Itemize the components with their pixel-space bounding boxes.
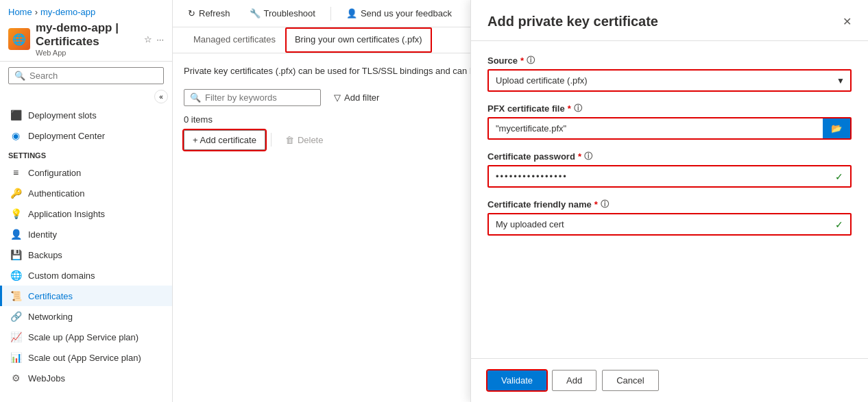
validate-button[interactable]: Validate: [487, 370, 546, 390]
breadcrumb-separator: ›: [35, 7, 38, 17]
scale-up-icon: 📈: [10, 331, 21, 342]
feedback-label: Send us your feedback: [361, 8, 452, 18]
pfx-field-group: PFX certificate file * ⓘ 📂: [487, 103, 852, 140]
add-filter-label: Add filter: [344, 92, 379, 103]
sidebar-item-scale-up[interactable]: 📈 Scale up (App Service plan): [0, 327, 172, 347]
friendly-name-input[interactable]: [489, 214, 850, 234]
panel-body: Source * ⓘ Upload certificate (.pfx)Impo…: [471, 41, 868, 358]
refresh-label: Refresh: [199, 8, 230, 18]
backups-icon: 💾: [10, 249, 21, 260]
panel-close-button[interactable]: ✕: [843, 15, 852, 28]
star-icon[interactable]: ☆: [144, 34, 152, 45]
search-icon: 🔍: [14, 71, 25, 81]
password-check-icon: ✓: [835, 171, 843, 182]
app-title-row: 🌐 my-demo-app | Certificates Web App ☆ ·…: [8, 21, 164, 57]
sidebar-item-label: Networking: [28, 312, 73, 322]
password-label-text: Certificate password: [487, 151, 575, 162]
custom-domains-icon: 🌐: [10, 270, 21, 281]
webjobs-icon: ⚙: [10, 373, 21, 384]
add-filter-button[interactable]: ▽ Add filter: [328, 89, 385, 106]
app-title-group: my-demo-app | Certificates Web App: [36, 21, 138, 57]
sidebar-item-label: Scale out (App Service plan): [28, 353, 141, 363]
search-input[interactable]: [29, 71, 158, 81]
pfx-required: *: [568, 103, 571, 114]
sidebar-item-certificates[interactable]: 📜 Certificates: [0, 286, 172, 306]
more-icon[interactable]: ···: [156, 34, 164, 45]
app-title: my-demo-app | Certificates: [36, 21, 138, 49]
pfx-file-input[interactable]: [489, 118, 823, 138]
panel: Add private key certificate ✕ Source * ⓘ…: [470, 0, 868, 402]
cancel-button[interactable]: Cancel: [602, 370, 658, 391]
troubleshoot-button[interactable]: 🔧 Troubleshoot: [245, 5, 320, 21]
title-actions: ☆ ···: [144, 34, 164, 45]
add-button[interactable]: Add: [552, 370, 596, 391]
sidebar-item-scale-out[interactable]: 📊 Scale out (App Service plan): [0, 347, 172, 368]
sidebar-header: Home › my-demo-app 🌐 my-demo-app | Certi…: [0, 0, 172, 62]
filter-input-wrapper: 🔍: [184, 89, 321, 106]
action-separator: [271, 133, 272, 147]
sidebar-item-application-insights[interactable]: 💡 Application Insights: [0, 203, 172, 224]
sidebar: Home › my-demo-app 🌐 my-demo-app | Certi…: [0, 0, 173, 402]
toolbar-separator: [330, 7, 331, 21]
panel-title: Add private key certificate: [487, 14, 658, 29]
source-select[interactable]: Upload certificate (.pfx)Import App Serv…: [487, 69, 852, 92]
friendly-name-required: *: [594, 199, 598, 210]
password-label: Certificate password * ⓘ: [487, 151, 852, 162]
settings-section-label: Settings: [0, 146, 172, 162]
sidebar-item-authentication[interactable]: 🔑 Authentication: [0, 183, 172, 203]
source-info-icon[interactable]: ⓘ: [527, 55, 535, 66]
pfx-browse-button[interactable]: 📂: [823, 118, 850, 138]
configuration-icon: ≡: [10, 167, 21, 178]
pfx-info-icon[interactable]: ⓘ: [574, 103, 582, 114]
app-subtitle: Web App: [36, 49, 138, 57]
sidebar-item-label: Scale up (App Service plan): [28, 332, 138, 342]
sidebar-item-label: WebJobs: [28, 373, 65, 384]
password-input[interactable]: [489, 166, 850, 186]
password-required: *: [578, 151, 581, 162]
refresh-button[interactable]: ↻ Refresh: [184, 5, 234, 21]
source-select-wrapper: Upload certificate (.pfx)Import App Serv…: [487, 69, 852, 92]
feedback-button[interactable]: 👤 Send us your feedback: [342, 5, 456, 21]
sidebar-item-label: Deployment slots: [28, 110, 97, 121]
sidebar-item-configuration[interactable]: ≡ Configuration: [0, 162, 172, 183]
friendly-name-info-icon[interactable]: ⓘ: [601, 199, 609, 210]
sidebar-item-backups[interactable]: 💾 Backups: [0, 244, 172, 265]
search-box: 🔍: [8, 67, 164, 84]
source-label-text: Source: [487, 55, 518, 66]
breadcrumb: Home › my-demo-app: [8, 7, 164, 17]
breadcrumb-home[interactable]: Home: [8, 7, 32, 17]
scale-out-icon: 📊: [10, 352, 21, 363]
friendly-name-label-text: Certificate friendly name: [487, 199, 592, 210]
troubleshoot-icon: 🔧: [250, 8, 261, 18]
sidebar-item-deployment-slots[interactable]: ⬛ Deployment slots: [0, 105, 172, 125]
friendly-name-label: Certificate friendly name * ⓘ: [487, 199, 852, 210]
filter-input[interactable]: [205, 92, 315, 103]
sidebar-item-deployment-center[interactable]: ◉ Deployment Center: [0, 125, 172, 146]
friendly-name-field-group: Certificate friendly name * ⓘ ✓: [487, 199, 852, 236]
sidebar-item-custom-domains[interactable]: 🌐 Custom domains: [0, 265, 172, 286]
delete-button[interactable]: 🗑 Delete: [277, 131, 332, 149]
sidebar-item-identity[interactable]: 👤 Identity: [0, 224, 172, 244]
delete-icon: 🗑: [285, 135, 294, 145]
refresh-icon: ↻: [188, 8, 195, 18]
sidebar-item-label: Custom domains: [28, 271, 95, 281]
troubleshoot-label: Troubleshoot: [264, 8, 315, 18]
sidebar-item-label: Deployment Center: [28, 131, 105, 141]
tab-own-certs[interactable]: Bring your own certificates (.pfx): [285, 27, 432, 53]
password-info-icon[interactable]: ⓘ: [584, 151, 592, 162]
friendly-name-input-row: ✓: [487, 213, 852, 236]
filter-icon: ▽: [334, 92, 341, 103]
tab-managed[interactable]: Managed certificates: [184, 27, 285, 53]
breadcrumb-app[interactable]: my-demo-app: [40, 7, 95, 17]
feedback-icon: 👤: [346, 8, 357, 18]
application-insights-icon: 💡: [10, 208, 21, 219]
sidebar-item-networking[interactable]: 🔗 Networking: [0, 306, 172, 327]
pfx-file-input-row: 📂: [487, 117, 852, 140]
add-certificate-button[interactable]: + Add certificate: [184, 130, 265, 150]
deployment-center-icon: ◉: [10, 130, 21, 141]
sidebar-item-label: Backups: [28, 250, 62, 260]
app-icon: 🌐: [8, 28, 30, 50]
sidebar-collapse-button[interactable]: «: [154, 90, 168, 103]
sidebar-item-label: Application Insights: [28, 209, 105, 219]
sidebar-item-webjobs[interactable]: ⚙ WebJobs: [0, 368, 172, 388]
